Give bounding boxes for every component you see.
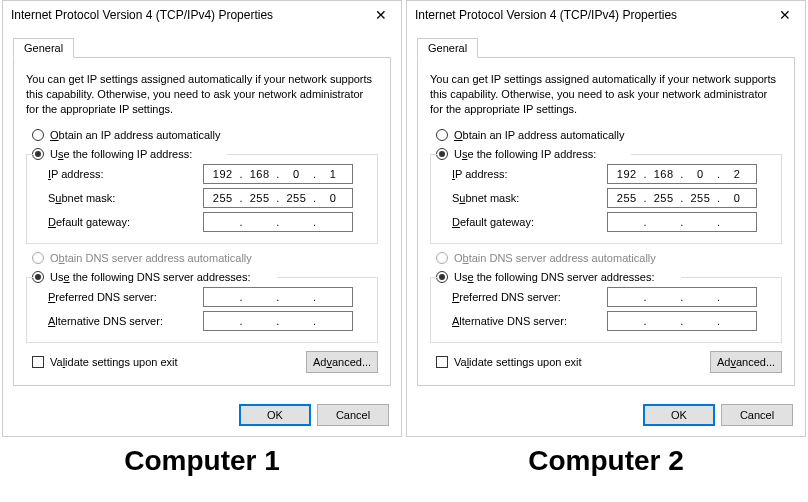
label-subnet: Subnet mask: <box>48 192 203 204</box>
tabstrip: General <box>417 37 795 58</box>
radio-use-dns[interactable]: Use the following DNS server addresses: <box>32 271 378 283</box>
titlebar: Internet Protocol Version 4 (TCP/IPv4) P… <box>3 1 401 29</box>
radio-icon <box>436 148 448 160</box>
subnet-mask-input[interactable]: 255. 255. 255. 0 <box>203 188 353 208</box>
radio-obtain-dns: Obtain DNS server address automatically <box>32 252 378 264</box>
radio-icon <box>32 129 44 141</box>
advanced-button[interactable]: Advanced... <box>306 351 378 373</box>
window-title: Internet Protocol Version 4 (TCP/IPv4) P… <box>11 8 273 22</box>
tab-general[interactable]: General <box>13 38 74 58</box>
ip-address-input[interactable]: 192. 168. 0. 1 <box>203 164 353 184</box>
radio-use-ip[interactable]: Use the following IP address: <box>436 148 782 160</box>
checkbox-icon <box>32 356 44 368</box>
caption-0: Computer 1 <box>2 445 402 477</box>
radio-icon <box>436 129 448 141</box>
intro-text: You can get IP settings assigned automat… <box>26 72 378 117</box>
general-panel: You can get IP settings assigned automat… <box>417 58 795 386</box>
caption-1: Computer 2 <box>406 445 806 477</box>
intro-text: You can get IP settings assigned automat… <box>430 72 782 117</box>
radio-icon <box>436 252 448 264</box>
general-panel: You can get IP settings assigned automat… <box>13 58 391 386</box>
titlebar: Internet Protocol Version 4 (TCP/IPv4) P… <box>407 1 805 29</box>
gateway-input[interactable]: . . . <box>203 212 353 232</box>
radio-icon <box>32 271 44 283</box>
ok-button[interactable]: OK <box>643 404 715 426</box>
close-icon[interactable]: ✕ <box>361 1 401 29</box>
radio-obtain-ip[interactable]: Obtain an IP address automatically <box>436 129 782 141</box>
advanced-button[interactable]: Advanced... <box>710 351 782 373</box>
radio-obtain-dns: Obtain DNS server address automatically <box>436 252 782 264</box>
radio-icon <box>32 252 44 264</box>
alternate-dns-input[interactable]: . . . <box>203 311 353 331</box>
cancel-button[interactable]: Cancel <box>721 404 793 426</box>
checkbox-icon <box>436 356 448 368</box>
subnet-mask-input[interactable]: 255. 255. 255. 0 <box>607 188 757 208</box>
validate-checkbox[interactable]: Validate settings upon exit <box>32 356 178 368</box>
close-icon[interactable]: ✕ <box>765 1 805 29</box>
radio-icon <box>32 148 44 160</box>
cancel-button[interactable]: Cancel <box>317 404 389 426</box>
label-pref-dns: Preferred DNS server: <box>452 291 607 303</box>
alternate-dns-input[interactable]: . . . <box>607 311 757 331</box>
radio-use-ip[interactable]: Use the following IP address: <box>32 148 378 160</box>
label-gateway: Default gateway: <box>48 216 203 228</box>
gateway-input[interactable]: . . . <box>607 212 757 232</box>
label-subnet: Subnet mask: <box>452 192 607 204</box>
label-alt-dns: Alternative DNS server: <box>48 315 203 327</box>
tab-general[interactable]: General <box>417 38 478 58</box>
radio-use-dns[interactable]: Use the following DNS server addresses: <box>436 271 782 283</box>
label-gateway: Default gateway: <box>452 216 607 228</box>
ok-button[interactable]: OK <box>239 404 311 426</box>
label-ip: IP address: <box>48 168 203 180</box>
label-ip: IP address: <box>452 168 607 180</box>
label-pref-dns: Preferred DNS server: <box>48 291 203 303</box>
radio-icon <box>436 271 448 283</box>
preferred-dns-input[interactable]: . . . <box>203 287 353 307</box>
ipv4-dialog-1: Internet Protocol Version 4 (TCP/IPv4) P… <box>406 0 806 437</box>
ipv4-dialog-0: Internet Protocol Version 4 (TCP/IPv4) P… <box>2 0 402 437</box>
radio-obtain-ip[interactable]: Obtain an IP address automatically <box>32 129 378 141</box>
window-title: Internet Protocol Version 4 (TCP/IPv4) P… <box>415 8 677 22</box>
tabstrip: General <box>13 37 391 58</box>
validate-checkbox[interactable]: Validate settings upon exit <box>436 356 582 368</box>
preferred-dns-input[interactable]: . . . <box>607 287 757 307</box>
label-alt-dns: Alternative DNS server: <box>452 315 607 327</box>
ip-address-input[interactable]: 192. 168. 0. 2 <box>607 164 757 184</box>
